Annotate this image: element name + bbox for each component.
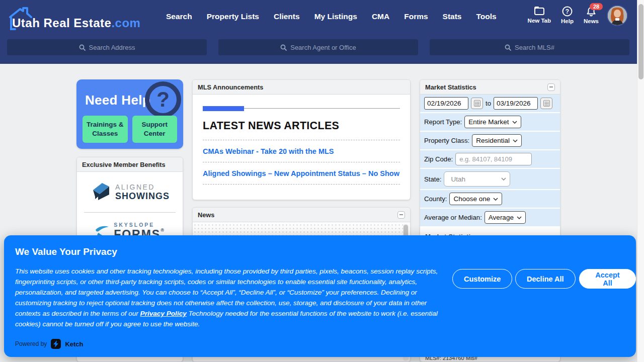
main-nav: Search Property Lists Clients My Listing… <box>166 0 497 33</box>
property-class-row: Property Class: Residential <box>420 132 560 150</box>
divider <box>203 140 400 140</box>
registered-mark: ® <box>160 228 165 233</box>
trainings-classes-button[interactable]: Trainings & Classes <box>83 116 128 143</box>
accept-all-button[interactable]: Accept All <box>579 269 636 289</box>
powered-by: Powered by Ketch <box>15 339 84 349</box>
zip-code-row: Zip Code: <box>420 150 560 169</box>
search-icon <box>505 44 511 51</box>
decline-all-button[interactable]: Decline All <box>515 269 576 289</box>
chevron-down-icon <box>512 121 517 124</box>
avatar-image <box>608 6 627 25</box>
collapse-panel-button[interactable] <box>547 83 555 91</box>
customize-button[interactable]: Customize <box>452 269 512 289</box>
news-count-badge: 28 <box>590 3 603 10</box>
latest-news-heading: LATEST NEWS ARTICLES <box>203 120 400 132</box>
member-benefits-header: Exclusive Member Benefits <box>77 157 183 172</box>
page-scrollbar[interactable] <box>637 0 644 362</box>
nav-item-cma[interactable]: CMA <box>372 12 389 21</box>
help-button[interactable]: ? Help <box>561 6 574 24</box>
property-class-select[interactable]: Residential <box>472 134 522 147</box>
calendar-icon <box>474 100 480 107</box>
nav-item-tools[interactable]: Tools <box>476 12 496 21</box>
chevron-down-icon <box>501 177 506 180</box>
site-logo[interactable]: Utah Real Estate.com <box>7 6 140 30</box>
chevron-down-icon <box>517 216 522 219</box>
page-scrollbar-thumb[interactable] <box>638 4 643 79</box>
carousel-progress <box>203 106 400 111</box>
support-center-button[interactable]: Support Center <box>132 116 178 143</box>
date-to-input[interactable] <box>494 97 538 110</box>
chevron-down-icon <box>493 198 498 201</box>
state-row: State: Utah <box>420 169 560 190</box>
nav-item-forms[interactable]: Forms <box>404 12 428 21</box>
article-link[interactable]: CMAs Webinar - Take 20 with the MLS <box>203 147 400 155</box>
calendar-button[interactable] <box>471 98 483 109</box>
mls-announcements-panel: MLS Announcements LATEST NEWS ARTICLES C… <box>192 79 411 200</box>
date-from-input[interactable] <box>424 97 468 110</box>
aligned-showings-icon <box>90 181 111 203</box>
market-statistics-header: Market Statistics <box>420 80 560 95</box>
nav-item-my-listings[interactable]: My Listings <box>314 12 357 21</box>
report-type-row: Report Type: Entire Market <box>420 113 560 132</box>
nav-item-clients[interactable]: Clients <box>274 12 300 21</box>
calendar-icon <box>543 100 550 107</box>
privacy-banner-text: This website uses cookies and other trac… <box>15 266 446 329</box>
search-agent-input[interactable]: Search Agent or Office <box>218 39 418 55</box>
mls-announcements-header: MLS Announcements <box>193 80 410 95</box>
nav-item-stats[interactable]: Stats <box>443 12 462 21</box>
news-panel-header: News <box>193 208 410 222</box>
logo-text: Utah Real Estate.com <box>7 16 140 30</box>
average-median-row: Average or Median: Average <box>420 209 560 227</box>
new-tab-button[interactable]: New Tab <box>528 6 551 24</box>
chevron-down-icon <box>513 139 518 142</box>
nav-item-search[interactable]: Search <box>166 12 192 21</box>
svg-text:?: ? <box>566 8 569 15</box>
county-select[interactable]: Choose one <box>449 193 502 205</box>
ketch-logo-icon <box>51 339 61 349</box>
ketch-vendor-name[interactable]: Ketch <box>65 340 83 348</box>
search-icon <box>79 44 86 51</box>
nav-item-property-lists[interactable]: Property Lists <box>207 12 259 21</box>
help-icon: ? <box>562 6 573 17</box>
privacy-policy-link[interactable]: Privacy Policy <box>140 310 187 317</box>
average-median-select[interactable]: Average <box>485 211 526 224</box>
news-button[interactable]: 28 News <box>584 6 599 24</box>
state-select[interactable]: Utah <box>444 171 510 187</box>
county-row: County: Choose one <box>420 190 560 209</box>
need-help-title: Need Help <box>85 93 150 108</box>
privacy-consent-banner: We Value Your Privacy This website uses … <box>4 235 636 357</box>
privacy-banner-title: We Value Your Privacy <box>15 246 117 257</box>
divider <box>203 184 400 185</box>
collapse-panel-button[interactable] <box>397 211 405 219</box>
top-header: Utah Real Estate.com Search Property Lis… <box>0 0 637 64</box>
header-actions: New Tab ? Help 28 News <box>528 6 599 24</box>
need-help-card: Need Help ? Trainings & Classes Support … <box>76 79 183 149</box>
search-address-input[interactable]: Search Address <box>7 39 207 55</box>
zip-code-input[interactable] <box>455 153 532 165</box>
question-mark-icon: ? <box>145 81 181 118</box>
calendar-button[interactable] <box>540 98 552 109</box>
new-tab-icon <box>534 6 545 16</box>
search-icon <box>280 44 287 51</box>
user-avatar[interactable] <box>607 5 628 26</box>
divider <box>203 162 400 162</box>
report-type-select[interactable]: Entire Market <box>464 116 521 128</box>
article-link[interactable]: Aligned Showings – New Appointment Statu… <box>203 169 400 177</box>
carousel-progress-bar <box>203 106 244 111</box>
search-mls-input[interactable]: Search MLS# <box>430 39 629 55</box>
aligned-showings-logo[interactable]: ALIGNED SHOWINGS <box>77 172 183 212</box>
date-range-row: to <box>420 95 560 113</box>
